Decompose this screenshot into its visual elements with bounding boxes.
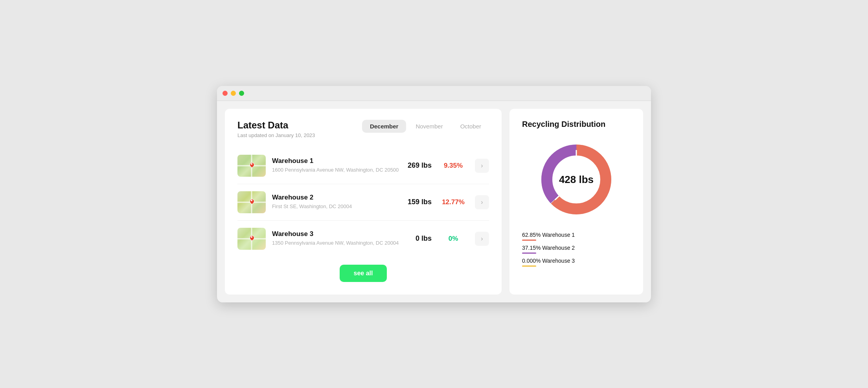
- legend-label-2: 37.15% Warehouse 2: [522, 245, 631, 251]
- warehouse-stats-1: 269 lbs 9.35% ›: [400, 159, 489, 173]
- last-updated: Last updated on January 10, 2023: [237, 132, 315, 138]
- list-item: Warehouse 2 First St SE, Washington, DC …: [237, 184, 489, 221]
- month-tabs: December November October: [362, 120, 489, 133]
- warehouse-info-1: Warehouse 1 1600 Pennsylvania Avenue NW,…: [272, 157, 400, 174]
- warehouse-name-2: Warehouse 2: [272, 194, 400, 201]
- legend-label-3: 0.000% Warehouse 3: [522, 258, 631, 264]
- warehouse-stats-2: 159 lbs 12.77% ›: [400, 195, 489, 209]
- warehouse-name-3: Warehouse 3: [272, 230, 400, 238]
- warehouse-address-3: 1350 Pennsylvania Avenue NW, Washington,…: [272, 240, 400, 247]
- recycling-legend: 62.85% Warehouse 1 37.15% Warehouse 2 0.…: [522, 232, 631, 267]
- warehouse-stats-3: 0 lbs 0% ›: [400, 232, 489, 246]
- donut-center-label: 428 lbs: [559, 173, 594, 185]
- warehouse-pct-3: 0%: [440, 235, 467, 243]
- map-thumbnail-3: [237, 228, 266, 250]
- legend-line-3: [522, 265, 536, 267]
- tab-october[interactable]: October: [452, 120, 489, 133]
- list-item: Warehouse 1 1600 Pennsylvania Avenue NW,…: [237, 148, 489, 184]
- page-title: Latest Data: [237, 120, 315, 131]
- warehouse-arrow-3[interactable]: ›: [475, 232, 489, 246]
- header-row: Latest Data Last updated on January 10, …: [237, 120, 489, 138]
- main-content: Latest Data Last updated on January 10, …: [217, 101, 651, 302]
- legend-line-1: [522, 240, 536, 241]
- map-thumbnail-1: [237, 155, 266, 177]
- title-block: Latest Data Last updated on January 10, …: [237, 120, 315, 138]
- legend-item-1: 62.85% Warehouse 1: [522, 232, 631, 241]
- legend-item-2: 37.15% Warehouse 2: [522, 245, 631, 254]
- maximize-button[interactable]: [239, 91, 244, 96]
- warehouse-address-2: First St SE, Washington, DC 20004: [272, 203, 400, 210]
- app-window: Latest Data Last updated on January 10, …: [217, 86, 651, 302]
- see-all-button[interactable]: see all: [340, 265, 387, 282]
- warehouse-pct-2: 12.77%: [440, 198, 467, 206]
- see-all-row: see all: [237, 257, 489, 284]
- warehouse-pct-1: 9.35%: [440, 162, 467, 170]
- warehouse-list: Warehouse 1 1600 Pennsylvania Avenue NW,…: [237, 148, 489, 257]
- right-panel: Recycling Distribution: [509, 109, 643, 295]
- legend-line-2: [522, 253, 536, 254]
- close-button[interactable]: [223, 91, 228, 96]
- warehouse-info-3: Warehouse 3 1350 Pennsylvania Avenue NW,…: [272, 230, 400, 247]
- legend-label-1: 62.85% Warehouse 1: [522, 232, 631, 238]
- tab-november[interactable]: November: [408, 120, 451, 133]
- warehouse-info-2: Warehouse 2 First St SE, Washington, DC …: [272, 194, 400, 210]
- list-item: Warehouse 3 1350 Pennsylvania Avenue NW,…: [237, 221, 489, 257]
- warehouse-arrow-1[interactable]: ›: [475, 159, 489, 173]
- warehouse-arrow-2[interactable]: ›: [475, 195, 489, 209]
- warehouse-weight-2: 159 lbs: [400, 198, 432, 206]
- minimize-button[interactable]: [231, 91, 236, 96]
- warehouse-address-1: 1600 Pennsylvania Avenue NW, Washington,…: [272, 167, 400, 174]
- donut-chart: 428 lbs: [535, 138, 618, 221]
- warehouse-weight-1: 269 lbs: [400, 161, 432, 170]
- legend-item-3: 0.000% Warehouse 3: [522, 258, 631, 267]
- tab-december[interactable]: December: [362, 120, 406, 133]
- map-thumbnail-2: [237, 191, 266, 213]
- left-panel: Latest Data Last updated on January 10, …: [225, 109, 502, 295]
- warehouse-weight-3: 0 lbs: [400, 234, 432, 243]
- recycling-title: Recycling Distribution: [522, 120, 605, 129]
- titlebar: [217, 86, 651, 101]
- warehouse-name-1: Warehouse 1: [272, 157, 400, 165]
